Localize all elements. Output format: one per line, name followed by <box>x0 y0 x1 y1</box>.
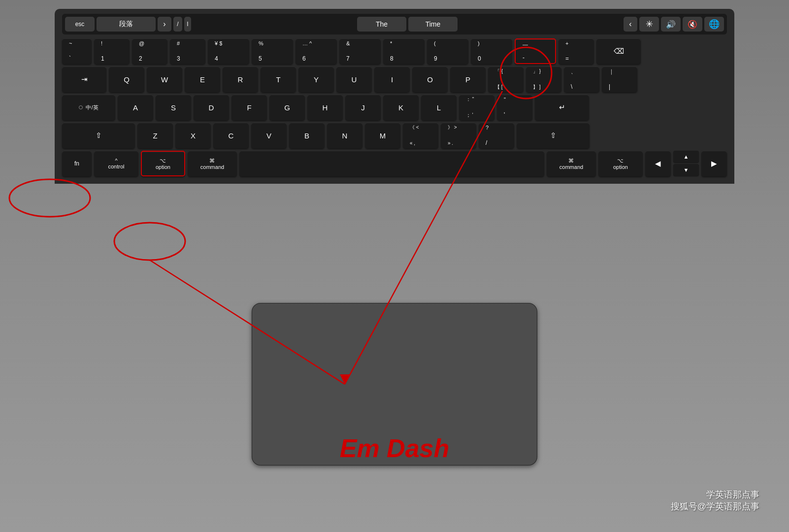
down-arrow-key[interactable]: ▼ <box>673 164 699 176</box>
v-key[interactable]: V <box>251 123 287 148</box>
key-8[interactable]: * 8 <box>383 38 425 64</box>
tb-the-key[interactable]: The <box>357 17 406 32</box>
tb-mute-key[interactable]: 🔇 <box>683 17 702 32</box>
k-key[interactable]: K <box>383 95 419 120</box>
tab-key[interactable]: ⇥ <box>62 66 106 92</box>
comma-key[interactable]: 《 < « , <box>403 123 438 148</box>
option-left-key[interactable]: ⌥ option <box>141 151 185 176</box>
option-right-key[interactable]: ⌥ option <box>598 151 643 176</box>
key-2[interactable]: @ 2 <box>132 38 167 64</box>
backslash-key[interactable]: 、 \ <box>564 66 599 92</box>
left-arrow-key[interactable]: ◀ <box>645 151 671 176</box>
key-4[interactable]: ¥ $ 4 <box>208 38 249 64</box>
tb-bracket-r-key[interactable]: › <box>158 17 171 32</box>
c-key[interactable]: C <box>213 123 249 148</box>
pipe-key[interactable]: ｜ | <box>602 66 637 92</box>
key-1[interactable]: ! 1 <box>94 38 130 64</box>
key-3[interactable]: # 3 <box>170 38 205 64</box>
qwerty-row: ⇥ Q W E R T Y U I O P 「 { 【 [ 」 } 】 ] 、 … <box>62 66 727 92</box>
number-row: ~ ` ! 1 @ 2 # 3 ¥ $ 4 % 5 <box>62 38 727 64</box>
tb-time-key[interactable]: Time <box>408 17 458 32</box>
y-key[interactable]: Y <box>298 66 334 92</box>
quote-key[interactable]: " ' <box>497 95 532 120</box>
d-key[interactable]: D <box>194 95 229 120</box>
backquote-key[interactable]: ~ ` <box>62 38 92 64</box>
tb-slash-key[interactable]: / <box>173 17 182 32</box>
a-key[interactable]: A <box>118 95 153 120</box>
t-key[interactable]: T <box>261 66 296 92</box>
x-key[interactable]: X <box>175 123 211 148</box>
tb-brightness-key[interactable]: ✳ <box>639 17 659 32</box>
tb-siri-key[interactable]: 🌐 <box>704 17 724 32</box>
f-key[interactable]: F <box>231 95 267 120</box>
l-key[interactable]: L <box>421 95 457 120</box>
return-key[interactable]: ↵ <box>535 95 589 120</box>
key-equal[interactable]: + = <box>559 38 594 64</box>
key-5[interactable]: % 5 <box>252 38 293 64</box>
i-key[interactable]: I <box>374 66 410 92</box>
tb-esc-key[interactable]: esc <box>65 17 95 32</box>
semicolon-key[interactable]: ： " ； ' <box>459 95 494 120</box>
tb-paragraph-key[interactable]: 段落 <box>97 17 156 32</box>
zxcv-row: ⇧ Z X C V B N M 《 < « , 》 > » . ? / ⇧ <box>62 123 727 148</box>
s-key[interactable]: S <box>156 95 191 120</box>
h-key[interactable]: H <box>307 95 343 120</box>
key-0[interactable]: ) 0 <box>471 38 512 64</box>
up-down-arrow-container: ▲ ▼ <box>673 151 699 176</box>
rshift-key[interactable]: ⇧ <box>517 123 590 148</box>
lshift-key[interactable]: ⇧ <box>62 123 135 148</box>
delete-key[interactable]: ⌫ <box>596 38 641 64</box>
command-right-key[interactable]: ⌘ command <box>547 151 596 176</box>
asdf-row: 中/英 A S D F G H J K L ： " ； ' " ' ↵ <box>62 95 727 120</box>
watermark-line2: 搜狐号@学英语那点事 <box>671 500 759 512</box>
q-key[interactable]: Q <box>109 66 144 92</box>
key-9[interactable]: ( 9 <box>427 38 468 64</box>
up-arrow-key[interactable]: ▲ <box>673 151 699 163</box>
rbracket-key[interactable]: 」 } 】 ] <box>526 66 561 92</box>
key-rows: ~ ` ! 1 @ 2 # 3 ¥ $ 4 % 5 <box>62 38 727 176</box>
w-key[interactable]: W <box>147 66 182 92</box>
key-6[interactable]: … ^ 6 <box>296 38 337 64</box>
slash-key[interactable]: ? / <box>479 123 514 148</box>
fn-key[interactable]: fn <box>62 151 92 176</box>
key-7[interactable]: & 7 <box>339 38 381 64</box>
m-key[interactable]: M <box>365 123 400 148</box>
tb-volume-key[interactable]: 🔊 <box>661 17 681 32</box>
o-key[interactable]: O <box>412 66 448 92</box>
g-key[interactable]: G <box>269 95 305 120</box>
u-key[interactable]: U <box>336 66 372 92</box>
z-key[interactable]: Z <box>137 123 173 148</box>
capslock-key[interactable]: 中/英 <box>62 95 115 120</box>
tb-pipe-key[interactable]: I <box>184 17 191 32</box>
em-dash-label: Em Dash <box>340 433 450 463</box>
n-key[interactable]: N <box>327 123 362 148</box>
watermark-line1: 学英语那点事 <box>671 489 759 500</box>
e-key[interactable]: E <box>185 66 220 92</box>
period-key[interactable]: 》 > » . <box>441 123 476 148</box>
right-arrow-key[interactable]: ▶ <box>701 151 727 176</box>
b-key[interactable]: B <box>289 123 325 148</box>
key-minus[interactable]: — - <box>515 38 556 64</box>
r-key[interactable]: R <box>223 66 258 92</box>
tb-bracket-l-key[interactable]: ‹ <box>624 17 637 32</box>
space-key[interactable] <box>239 151 544 176</box>
control-key[interactable]: ^ control <box>94 151 138 176</box>
lbracket-key[interactable]: 「 { 【 [ <box>488 66 524 92</box>
modifier-row: fn ^ control ⌥ option ⌘ command <box>62 151 727 176</box>
j-key[interactable]: J <box>345 95 381 120</box>
p-key[interactable]: P <box>450 66 486 92</box>
watermark: 学英语那点事 搜狐号@学英语那点事 <box>671 489 759 512</box>
command-left-key[interactable]: ⌘ command <box>188 151 237 176</box>
touch-bar: esc 段落 › / I The Time ‹ ✳ 🔊 🔇 🌐 <box>62 14 727 34</box>
keyboard: esc 段落 › / I The Time ‹ ✳ 🔊 🔇 🌐 ~ ` ! 1 … <box>55 9 734 184</box>
